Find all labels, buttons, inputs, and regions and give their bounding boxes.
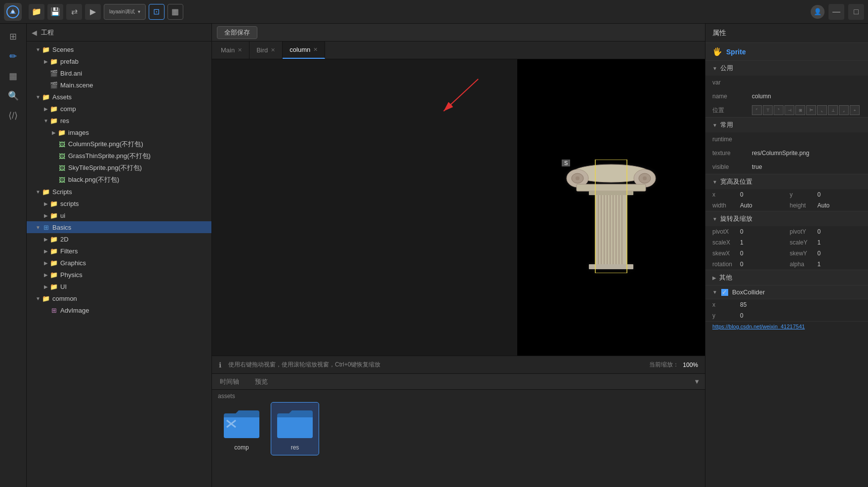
sidebar-item-2d[interactable]: ▶ 📁 2D bbox=[27, 233, 211, 245]
pos-icon-tl[interactable]: ⌜ bbox=[752, 105, 762, 115]
sidebar-item-assets[interactable]: ▼ 📁 Assets bbox=[27, 91, 211, 103]
sidebar-item-black-png[interactable]: 🖼 black.png(不打包) bbox=[27, 174, 211, 186]
tab-timeline[interactable]: 时间轴 bbox=[212, 374, 247, 389]
section-arrow: ▼ bbox=[712, 122, 717, 128]
zoom-value: 100% bbox=[683, 362, 698, 368]
right-panel: 属性 🖐 Sprite ▼ 公用 var name column 位置 bbox=[705, 24, 868, 487]
prop-xy: x 0 y 0 bbox=[705, 189, 868, 200]
section-other-header[interactable]: ▶ 其他 bbox=[705, 270, 868, 285]
tab-bird[interactable]: Bird ✕ bbox=[249, 41, 283, 59]
pos-icon-mr[interactable]: ⊢ bbox=[806, 105, 816, 115]
file-open-button[interactable]: 📁 bbox=[29, 4, 44, 20]
folder-icon: 📁 bbox=[49, 258, 58, 267]
pos-icon-ml[interactable]: ⊣ bbox=[785, 105, 794, 115]
folder-icon: 📁 bbox=[49, 57, 58, 66]
pos-icon-bc[interactable]: ⊥ bbox=[828, 105, 838, 115]
tab-column[interactable]: column ✕ bbox=[283, 41, 325, 59]
grid-icon: ⊞ bbox=[41, 223, 50, 232]
tab-main[interactable]: Main ✕ bbox=[214, 41, 249, 59]
viewport[interactable]: S bbox=[212, 59, 705, 373]
scene-icon: 🎬 bbox=[49, 69, 58, 78]
image-icon: 🖼 bbox=[57, 140, 66, 149]
minimize-button[interactable]: — bbox=[828, 4, 844, 20]
prop-collider-x: x 85 bbox=[705, 299, 868, 310]
section-common-header[interactable]: ▼ 公用 bbox=[705, 61, 868, 76]
pos-icon-tc[interactable]: ⊤ bbox=[763, 105, 773, 115]
sidebar: ◀ 工程 ▼ 📁 Scenes ▶ 📁 prefab 🎬 Bird.ani bbox=[27, 24, 212, 487]
sidebar-item-scripts[interactable]: ▼ 📁 Scripts bbox=[27, 186, 211, 198]
section-common: ▼ 公用 var name column 位置 ⌜ ⊤ ⌝ ⊣ ⊞ ⊢ bbox=[705, 61, 868, 118]
editor-tabs: Main ✕ Bird ✕ column ✕ bbox=[212, 41, 705, 59]
sidebar-item-column-sprite[interactable]: 🖼 ColumnSprite.png(不打包) bbox=[27, 138, 211, 150]
play-button[interactable]: ▶ bbox=[85, 4, 101, 20]
tab-preview[interactable]: 预览 bbox=[247, 374, 276, 389]
url-bar[interactable]: https://blog.csdn.net/weixin_41217541 bbox=[705, 322, 868, 331]
collider-checkbox[interactable]: ✓ bbox=[721, 289, 728, 296]
bottom-content: assets comp bbox=[212, 390, 705, 487]
section-transform-header[interactable]: ▼ 旋转及缩放 bbox=[705, 211, 868, 226]
grid-icon-btn[interactable]: ⊞ bbox=[4, 28, 22, 45]
sidebar-item-prefab[interactable]: ▶ 📁 prefab bbox=[27, 55, 211, 67]
sidebar-item-filters[interactable]: ▶ 📁 Filters bbox=[27, 245, 211, 257]
sidebar-tree: ▼ 📁 Scenes ▶ 📁 prefab 🎬 Bird.ani 🎬 Ma bbox=[27, 41, 211, 487]
sidebar-item-bird-ani[interactable]: 🎬 Bird.ani bbox=[27, 67, 211, 79]
pos-icon-plus[interactable]: + bbox=[850, 105, 860, 115]
component-name: Sprite bbox=[726, 48, 746, 56]
s-badge: S bbox=[562, 160, 570, 166]
tab-close-main[interactable]: ✕ bbox=[238, 47, 242, 53]
section-dimensions-header[interactable]: ▼ 宽高及位置 bbox=[705, 174, 868, 189]
save-button[interactable]: 💾 bbox=[47, 4, 63, 20]
folder-icon: 📁 bbox=[49, 246, 58, 255]
assets-folder-icon: 📁 bbox=[41, 92, 50, 101]
qr-button[interactable]: ▦ bbox=[167, 4, 183, 20]
save-all-button[interactable]: 全部保存 bbox=[217, 26, 257, 39]
folder-icon: 📁 bbox=[49, 199, 58, 208]
sidebar-item-sky-sprite[interactable]: 🖼 SkyTileSprite.png(不打包) bbox=[27, 162, 211, 174]
sidebar-item-scripts-sub[interactable]: ▶ 📁 scripts bbox=[27, 198, 211, 209]
section-arrow: ▶ bbox=[712, 275, 716, 281]
exchange-button[interactable]: ⇄ bbox=[66, 4, 82, 20]
sidebar-item-physics[interactable]: ▶ 📁 Physics bbox=[27, 269, 211, 281]
asset-comp[interactable]: comp bbox=[218, 403, 265, 455]
sidebar-collapse-arrow[interactable]: ◀ bbox=[32, 29, 37, 37]
sidebar-item-main-scene[interactable]: 🎬 Main.scene bbox=[27, 79, 211, 91]
sidebar-item-grass-sprite[interactable]: 🖼 GrassThinSprite.png(不打包) bbox=[27, 150, 211, 162]
prop-wh: width Auto height Auto bbox=[705, 200, 868, 211]
pos-icon-bl[interactable]: ⌞ bbox=[817, 105, 827, 115]
sidebar-item-graphics[interactable]: ▶ 📁 Graphics bbox=[27, 257, 211, 269]
prop-var: var bbox=[705, 76, 868, 89]
section-arrow: ▼ bbox=[712, 289, 717, 295]
prop-scale: scaleX 1 scaleY 1 bbox=[705, 237, 868, 248]
sidebar-item-scenes[interactable]: ▼ 📁 Scenes bbox=[27, 43, 211, 55]
screen-mode-button[interactable]: ⊡ bbox=[149, 4, 165, 20]
pos-icon-mc[interactable]: ⊞ bbox=[795, 105, 805, 115]
sidebar-item-ui[interactable]: ▶ 📁 ui bbox=[27, 209, 211, 221]
sidebar-item-res[interactable]: ▼ 📁 res bbox=[27, 115, 211, 126]
section-general-header[interactable]: ▼ 常用 bbox=[705, 118, 868, 132]
bottom-panel-arrow[interactable]: ▼ bbox=[689, 378, 705, 385]
sidebar-item-comp[interactable]: ▶ 📁 comp bbox=[27, 103, 211, 115]
search-icon-btn[interactable]: 🔍 bbox=[4, 87, 22, 105]
tab-close-bird[interactable]: ✕ bbox=[271, 47, 275, 53]
tab-close-column[interactable]: ✕ bbox=[313, 46, 318, 53]
sidebar-item-advimage[interactable]: ⊞ AdvImage bbox=[27, 304, 211, 316]
code-icon-btn[interactable]: ⟨/⟩ bbox=[4, 107, 22, 124]
zoom-label: 当前缩放： bbox=[649, 361, 679, 369]
sidebar-item-ui-sub[interactable]: ▶ 📁 UI bbox=[27, 281, 211, 292]
user-avatar[interactable]: 👤 bbox=[811, 5, 825, 19]
asset-res[interactable]: res bbox=[271, 403, 319, 455]
debug-dropdown[interactable]: layaain调试 ▾ bbox=[104, 4, 146, 20]
sidebar-item-basics[interactable]: ▼ ⊞ Basics bbox=[27, 221, 211, 233]
bottom-panel: 时间轴 预览 ▼ assets comp bbox=[212, 373, 705, 487]
sidebar-item-common[interactable]: ▼ 📁 common bbox=[27, 292, 211, 304]
sidebar-item-images[interactable]: ▶ 📁 images bbox=[27, 126, 211, 138]
prop-skew: skewX 0 skewY 0 bbox=[705, 248, 868, 259]
layout-icon-btn[interactable]: ▦ bbox=[4, 67, 22, 85]
brush-icon-btn[interactable]: ✏ bbox=[4, 47, 22, 65]
section-arrow: ▼ bbox=[712, 216, 717, 222]
maximize-button[interactable]: □ bbox=[848, 4, 864, 20]
pos-icon-br[interactable]: ⌟ bbox=[839, 105, 849, 115]
save-bar: 全部保存 bbox=[212, 24, 705, 41]
pos-icon-tr[interactable]: ⌝ bbox=[774, 105, 784, 115]
assets-path: assets bbox=[212, 390, 705, 403]
